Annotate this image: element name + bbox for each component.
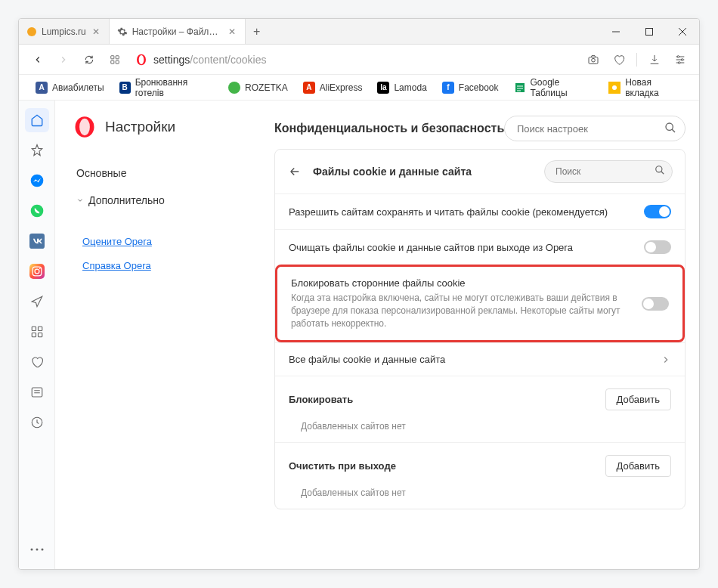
svg-point-17 bbox=[681, 58, 683, 60]
bookmark-item[interactable]: AAliExpress bbox=[297, 79, 369, 97]
nav-basic[interactable]: Основные bbox=[73, 159, 249, 187]
back-button[interactable] bbox=[29, 51, 46, 68]
cookies-search[interactable] bbox=[544, 160, 673, 183]
rail-more-icon[interactable] bbox=[25, 537, 49, 562]
svg-rect-32 bbox=[32, 388, 42, 397]
clear-add-button[interactable]: Добавить bbox=[605, 455, 671, 477]
settings-main: Конфиденциальность и безопасность Файлы … bbox=[267, 101, 699, 569]
bookmark-icon: f bbox=[442, 82, 454, 94]
rail-messenger-icon[interactable] bbox=[25, 169, 49, 193]
nav-rate-opera[interactable]: Оцените Opera bbox=[73, 229, 249, 253]
cookies-search-input[interactable] bbox=[544, 160, 673, 183]
block-section-title: Блокировать bbox=[289, 394, 353, 405]
bookmark-item[interactable]: Google Таблицы bbox=[508, 74, 600, 101]
svg-rect-6 bbox=[116, 55, 119, 58]
tab-settings[interactable]: Настройки – Файлы cookie ✕ bbox=[110, 19, 246, 44]
bookmark-icon bbox=[514, 82, 526, 94]
svg-rect-30 bbox=[32, 333, 36, 337]
svg-rect-8 bbox=[116, 60, 119, 63]
new-tab-button[interactable]: + bbox=[246, 19, 268, 44]
svg-rect-2 bbox=[646, 28, 653, 35]
reload-button[interactable] bbox=[81, 51, 97, 68]
rail-home-icon[interactable] bbox=[25, 108, 49, 132]
svg-rect-7 bbox=[111, 60, 114, 63]
rail-whatsapp-icon[interactable] bbox=[25, 199, 49, 223]
rail-flow-icon[interactable] bbox=[25, 289, 49, 314]
svg-point-42 bbox=[666, 123, 673, 130]
search-icon bbox=[664, 122, 676, 134]
tab-strip: Lumpics.ru ✕ Настройки – Файлы cookie ✕ … bbox=[19, 19, 599, 44]
toggle-allow-cookies[interactable] bbox=[644, 205, 671, 218]
address-bar[interactable]: settings/content/cookies bbox=[132, 54, 576, 66]
toggle-clear-on-exit[interactable] bbox=[644, 240, 671, 254]
row-block-title: Блокировать сторонние файлы cookie bbox=[291, 277, 642, 289]
svg-point-44 bbox=[656, 166, 662, 172]
row-block-desc: Когда эта настройка включена, сайты не м… bbox=[291, 292, 642, 330]
svg-point-36 bbox=[30, 549, 32, 551]
rail-personal-icon[interactable] bbox=[25, 350, 49, 374]
bookmark-item[interactable]: ААвиабилеты bbox=[29, 79, 110, 97]
svg-rect-24 bbox=[29, 264, 45, 279]
clear-section-title: Очистить при выходе bbox=[289, 460, 396, 472]
opera-icon bbox=[135, 54, 147, 66]
bookmark-item[interactable]: BБронювання готелів bbox=[113, 74, 219, 101]
bookmark-item[interactable]: ROZETKA bbox=[222, 79, 294, 97]
nav-help-opera[interactable]: Справка Opera bbox=[73, 253, 249, 277]
svg-line-43 bbox=[672, 129, 675, 132]
window-controls bbox=[599, 19, 699, 44]
svg-point-37 bbox=[36, 549, 38, 551]
close-icon[interactable]: ✕ bbox=[91, 26, 101, 37]
close-icon[interactable]: ✕ bbox=[227, 26, 237, 37]
svg-rect-5 bbox=[111, 55, 114, 58]
svg-rect-28 bbox=[32, 326, 36, 330]
tab-lumpics[interactable]: Lumpics.ru ✕ bbox=[19, 19, 110, 44]
favicon-lumpics bbox=[26, 26, 37, 37]
snapshot-button[interactable] bbox=[585, 51, 602, 68]
tab-title: Lumpics.ru bbox=[42, 26, 86, 37]
svg-point-27 bbox=[39, 268, 40, 269]
forward-button[interactable] bbox=[55, 51, 72, 68]
cookies-card: Файлы cookie и данные сайта Разрешить са… bbox=[274, 149, 686, 509]
bookmarks-bar: ААвиабилеты BБронювання готелів ROZETKA … bbox=[19, 75, 699, 101]
opera-logo-icon bbox=[73, 116, 96, 138]
sidebar-rail bbox=[19, 101, 55, 569]
gear-icon bbox=[117, 26, 128, 37]
svg-point-16 bbox=[677, 55, 679, 57]
rail-bookmarks-icon[interactable] bbox=[25, 138, 49, 162]
easy-setup-button[interactable] bbox=[672, 51, 689, 68]
toggle-block-third-party[interactable] bbox=[642, 297, 669, 311]
card-title: Файлы cookie и данные сайта bbox=[313, 166, 534, 178]
rail-history-icon[interactable] bbox=[25, 410, 49, 435]
chevron-right-icon bbox=[661, 354, 671, 365]
bookmark-icon bbox=[608, 82, 621, 94]
rail-news-icon[interactable] bbox=[25, 380, 49, 404]
heart-button[interactable] bbox=[611, 51, 627, 68]
svg-point-0 bbox=[27, 27, 36, 36]
bookmark-item[interactable]: fFacebook bbox=[436, 79, 505, 97]
svg-point-20 bbox=[612, 85, 617, 90]
svg-point-10 bbox=[139, 55, 144, 64]
close-button[interactable] bbox=[666, 19, 699, 44]
nav-advanced[interactable]: Дополнительно bbox=[73, 187, 249, 214]
settings-search[interactable] bbox=[504, 116, 686, 141]
svg-point-18 bbox=[678, 61, 680, 63]
maximize-button[interactable] bbox=[633, 19, 666, 44]
back-arrow-button[interactable] bbox=[287, 164, 302, 179]
download-button[interactable] bbox=[646, 51, 663, 68]
bookmark-item[interactable]: laLamoda bbox=[371, 79, 432, 97]
speed-dial-button[interactable] bbox=[107, 51, 123, 68]
rail-instagram-icon[interactable] bbox=[25, 259, 49, 283]
rail-extensions-icon[interactable] bbox=[25, 320, 49, 344]
row-clear-on-exit: Очищать файлы cookie и данные сайтов при… bbox=[275, 229, 685, 265]
block-add-button[interactable]: Добавить bbox=[605, 388, 671, 410]
block-section: Блокировать Добавить Добавленных сайтов … bbox=[275, 376, 685, 442]
minimize-button[interactable] bbox=[599, 19, 633, 44]
row-all-cookies[interactable]: Все файлы cookie и данные сайта bbox=[275, 342, 685, 376]
settings-search-input[interactable] bbox=[504, 116, 686, 141]
svg-point-12 bbox=[592, 58, 596, 62]
rail-vk-icon[interactable] bbox=[25, 229, 49, 253]
block-empty-text: Добавленных сайтов нет bbox=[289, 410, 671, 436]
row-block-third-party: Блокировать сторонние файлы cookie Когда… bbox=[275, 265, 685, 342]
bookmark-item[interactable]: Новая вкладка bbox=[602, 74, 689, 101]
toolbar: settings/content/cookies bbox=[19, 45, 699, 75]
